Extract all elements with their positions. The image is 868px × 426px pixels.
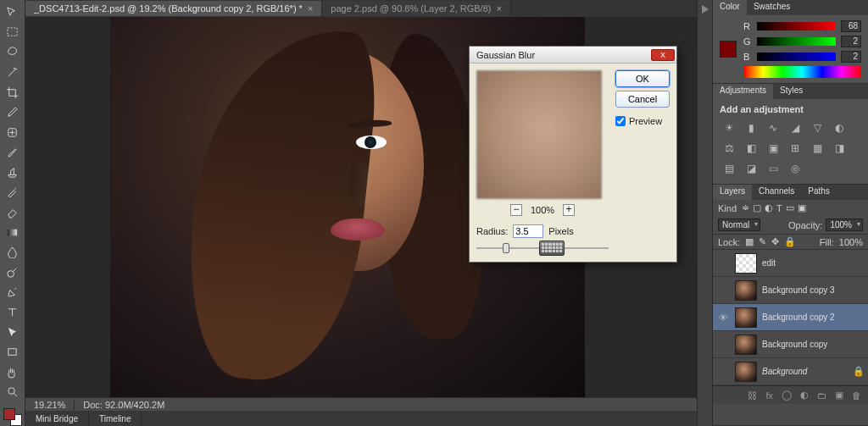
close-icon[interactable]: × [496,3,501,14]
color-balance-icon[interactable]: ⚖ [721,141,737,155]
lock-all-icon[interactable]: 🔒 [784,236,796,247]
layer-row[interactable]: Background 🔒 [713,358,868,385]
paths-tab[interactable]: Paths [801,185,837,200]
filter-smart-icon[interactable]: ▣ [798,202,806,213]
marquee-tool[interactable] [3,24,22,42]
magic-wand-tool[interactable] [3,64,22,82]
link-layers-icon[interactable]: ⛓ [748,390,757,401]
layer-row[interactable]: 👁 Background copy 2 [713,304,868,331]
selective-color-icon[interactable]: ◎ [787,162,803,175]
layer-style-icon[interactable]: fx [765,390,773,401]
layer-thumbnail[interactable] [735,362,757,382]
layer-name[interactable]: edit [762,258,776,268]
foreground-background-swatch[interactable] [3,408,22,426]
history-brush-tool[interactable] [3,183,22,202]
hue-icon[interactable]: ◐ [832,121,847,135]
pen-tool[interactable] [3,283,22,302]
filter-type-icon[interactable]: T [776,203,782,213]
green-value[interactable]: 2 [841,36,861,47]
ok-button[interactable]: OK [615,70,670,87]
opacity-field[interactable]: 100% [826,219,863,231]
mini-bridge-tab[interactable]: Mini Bridge [25,411,89,426]
threshold-icon[interactable]: ◪ [743,162,759,175]
red-slider[interactable] [757,22,836,30]
dodge-tool[interactable] [3,263,22,282]
eraser-tool[interactable] [3,203,22,222]
layer-name[interactable]: Background copy 2 [762,313,835,322]
gradient-map-icon[interactable]: ▭ [765,162,781,175]
adjustments-tab[interactable]: Adjustments [713,84,773,99]
layer-row[interactable]: Background copy 3 [713,277,868,304]
type-tool[interactable] [3,303,22,322]
layer-name[interactable]: Background [762,367,807,376]
channel-mixer-icon[interactable]: ⊞ [787,141,803,155]
move-tool[interactable] [3,3,22,22]
filter-pixel-icon[interactable]: ▢ [753,202,761,213]
lasso-tool[interactable] [3,43,22,62]
dialog-titlebar[interactable]: Gaussian Blur X [470,47,676,64]
heal-tool[interactable] [3,123,22,141]
zoom-out-button[interactable]: − [510,204,522,216]
curves-icon[interactable]: ∿ [765,121,781,135]
blue-slider[interactable] [757,53,836,61]
timeline-tab[interactable]: Timeline [89,411,142,426]
lock-pixels-icon[interactable]: ✎ [759,236,766,247]
layer-thumbnail[interactable] [735,335,757,355]
bw-icon[interactable]: ◧ [743,141,759,155]
swatches-tab[interactable]: Swatches [747,0,797,15]
lookup-icon[interactable]: ▦ [810,141,825,155]
brush-tool[interactable] [3,143,22,162]
document-tab[interactable]: _DSC4713-Edit-2.psd @ 19.2% (Background … [25,1,322,16]
styles-tab[interactable]: Styles [773,84,810,99]
photo-filter-icon[interactable]: ▣ [765,141,781,155]
path-select-tool[interactable] [3,323,22,341]
layer-mask-icon[interactable]: ◯ [782,390,792,401]
zoom-tool[interactable] [3,383,22,401]
exposure-icon[interactable]: ◢ [787,121,803,135]
vibrance-icon[interactable]: ▽ [810,121,825,135]
green-slider[interactable] [757,37,836,46]
preview-checkbox[interactable]: Preview [615,116,670,126]
red-value[interactable]: 68 [841,20,861,32]
color-spectrum[interactable] [743,66,861,78]
posterize-icon[interactable]: ▤ [721,162,737,175]
zoom-readout[interactable]: 19.21% [25,400,75,410]
cancel-button[interactable]: Cancel [615,91,670,108]
layer-thumbnail[interactable] [735,253,757,274]
lock-transparency-icon[interactable]: ▩ [745,236,754,247]
new-layer-icon[interactable]: ▣ [835,390,843,401]
new-fill-icon[interactable]: ◐ [800,390,809,401]
layer-thumbnail[interactable] [735,280,757,301]
blur-preview[interactable] [476,70,602,199]
blue-value[interactable]: 2 [841,51,861,63]
filter-shape-icon[interactable]: ▭ [786,202,794,213]
layer-name[interactable]: Background copy 3 [762,285,835,295]
brightness-icon[interactable]: ☀ [721,121,737,135]
fill-field[interactable]: 100% [839,237,863,247]
filter-adjust-icon[interactable]: ◐ [765,202,773,213]
blur-tool[interactable] [3,243,22,262]
hand-tool[interactable] [3,362,22,381]
play-icon[interactable] [702,5,709,14]
radius-input[interactable] [513,224,543,238]
gradient-tool[interactable] [3,223,22,241]
layers-tab[interactable]: Layers [713,185,752,200]
channels-tab[interactable]: Channels [752,185,801,200]
color-tab[interactable]: Color [713,0,747,15]
color-panel-swatch[interactable] [720,41,737,58]
invert-icon[interactable]: ◨ [832,141,847,155]
zoom-in-button[interactable]: + [563,204,575,216]
preview-checkbox-input[interactable] [615,116,626,126]
document-tab[interactable]: page 2.psd @ 90.8% (Layer 2, RGB/8) × [322,1,511,16]
layer-row[interactable]: Background copy [713,331,868,358]
foreground-color-swatch[interactable] [3,408,15,420]
close-button[interactable]: X [651,49,675,61]
clone-stamp-tool[interactable] [3,163,22,182]
eyedropper-tool[interactable] [3,103,22,122]
rectangle-tool[interactable] [3,343,22,362]
layer-row[interactable]: edit [713,250,868,277]
layer-thumbnail[interactable] [735,307,757,328]
visibility-toggle[interactable]: 👁 [716,313,730,323]
crop-tool[interactable] [3,83,22,102]
layer-name[interactable]: Background copy [762,340,827,349]
